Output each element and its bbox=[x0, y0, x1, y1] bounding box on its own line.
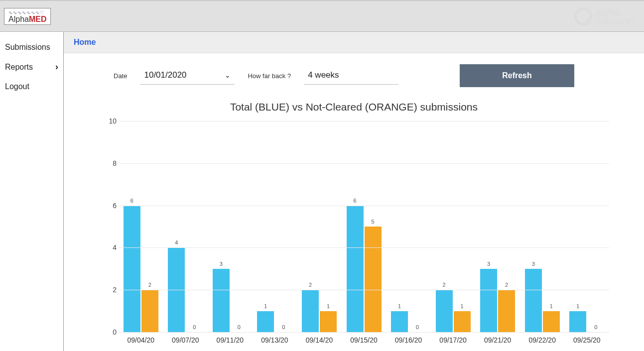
howfar-label: How far back ? bbox=[248, 72, 291, 80]
chart-bars: 6240301021651021323110 bbox=[119, 121, 609, 332]
date-value: 10/01/2020 bbox=[144, 70, 186, 80]
chart-y-tick: 6 bbox=[105, 202, 117, 210]
chart-category: 21 bbox=[431, 121, 476, 332]
chart-gridline bbox=[119, 163, 609, 164]
bar-notcleared: 1 bbox=[454, 311, 471, 332]
chart-y-tick: 10 bbox=[105, 117, 117, 125]
bar-total: 6 bbox=[124, 206, 140, 332]
bar-notcleared: 2 bbox=[498, 290, 515, 332]
sidebar-item-logout[interactable]: Logout bbox=[0, 77, 63, 96]
bar-total: 2 bbox=[436, 290, 453, 332]
chart-y-tick: 8 bbox=[105, 159, 117, 167]
bar-notcleared: 2 bbox=[141, 290, 158, 332]
logo-text: AlphaMED bbox=[8, 15, 46, 23]
breadcrumb: Home bbox=[64, 32, 644, 53]
chevron-down-icon: ⌄ bbox=[225, 71, 231, 79]
chart-x-tick: 09/16/20 bbox=[386, 332, 431, 347]
chart-gridline bbox=[119, 121, 609, 121]
bar-value-label: 2 bbox=[505, 282, 508, 288]
bar-value-label: 3 bbox=[487, 261, 490, 267]
chart-y-tick: 2 bbox=[105, 286, 117, 294]
chart-category: 32 bbox=[475, 121, 520, 332]
bar-value-label: 2 bbox=[148, 282, 151, 288]
bar-value-label: 1 bbox=[398, 303, 401, 309]
breadcrumb-home[interactable]: Home bbox=[74, 38, 96, 46]
bar-value-label: 2 bbox=[443, 282, 446, 288]
chevron-right-icon: › bbox=[55, 62, 58, 72]
chart-category: 10 bbox=[386, 121, 431, 332]
chart-gridline bbox=[119, 206, 609, 206]
bar-value-label: 1 bbox=[550, 303, 553, 309]
sidebar-item-reports[interactable]: Reports › bbox=[0, 57, 63, 77]
chart-y-tick: 0 bbox=[105, 328, 117, 336]
bar-value-label: 6 bbox=[130, 198, 133, 204]
chart-gridline bbox=[119, 247, 609, 248]
chart-x-tick: 09/22/20 bbox=[520, 332, 565, 347]
howfar-dropdown[interactable]: 4 weeks bbox=[304, 67, 398, 85]
bar-value-label: 3 bbox=[220, 261, 223, 267]
date-label: Date bbox=[114, 72, 127, 80]
bar-value-label: 0 bbox=[594, 324, 597, 330]
bar-total: 3 bbox=[213, 269, 230, 332]
chart-y-tick: 4 bbox=[105, 243, 117, 251]
bar-total: 3 bbox=[480, 269, 497, 332]
chart-category: 31 bbox=[520, 121, 565, 332]
chart-x-tick: 09/04/20 bbox=[119, 332, 163, 347]
alpha-a-icon bbox=[574, 7, 592, 25]
sidebar-item-label: Submissions bbox=[5, 43, 50, 52]
bar-total: 6 bbox=[347, 206, 364, 332]
bar-value-label: 1 bbox=[327, 303, 330, 309]
bar-value-label: 2 bbox=[309, 282, 312, 288]
bar-total: 1 bbox=[391, 311, 408, 332]
sidebar-item-submissions[interactable]: Submissions bbox=[0, 38, 63, 57]
chart-title: Total (BLUE) vs Not-Cleared (ORANGE) sub… bbox=[99, 101, 609, 113]
main-content: Home Date 10/01/2020 ⌄ How far back ? 4 … bbox=[64, 32, 644, 351]
bar-value-label: 1 bbox=[461, 303, 464, 309]
sidebar-item-label: Reports bbox=[5, 63, 33, 72]
chart-plot: 6240301021651021323110 0246810 bbox=[119, 121, 609, 332]
bar-value-label: 4 bbox=[175, 239, 178, 245]
bar-value-label: 0 bbox=[282, 324, 285, 330]
date-dropdown[interactable]: 10/01/2020 ⌄ bbox=[140, 67, 235, 85]
bar-value-label: 1 bbox=[264, 303, 267, 309]
refresh-button[interactable]: Refresh bbox=[460, 64, 574, 87]
vendor-logo-top: alpha bbox=[595, 7, 634, 17]
bar-notcleared: 5 bbox=[365, 227, 382, 332]
bar-total: 1 bbox=[257, 311, 274, 332]
chart-x-tick: 09/15/20 bbox=[342, 332, 386, 347]
bar-value-label: 0 bbox=[416, 324, 419, 330]
sidebar-item-label: Logout bbox=[5, 82, 29, 91]
vendor-logo-bottom: Software® bbox=[595, 17, 634, 26]
howfar-value: 4 weeks bbox=[308, 70, 339, 80]
chart-x-tick: 09/21/20 bbox=[475, 332, 520, 347]
chart-category: 65 bbox=[342, 121, 386, 332]
chart-x-tick: 09/07/20 bbox=[163, 332, 208, 347]
bar-value-label: 0 bbox=[238, 324, 241, 330]
chart-category: 10 bbox=[564, 121, 609, 332]
bar-value-label: 0 bbox=[193, 324, 196, 330]
chart-category: 40 bbox=[163, 121, 208, 332]
bar-notcleared: 1 bbox=[543, 311, 560, 332]
vendor-logo: alpha Software® bbox=[574, 7, 634, 26]
bar-total: 3 bbox=[525, 269, 542, 332]
bar-chart: 6240301021651021323110 0246810 09/04/200… bbox=[119, 118, 609, 347]
app-logo: ∿∿∿∿∿∿∿♡ AlphaMED bbox=[4, 8, 51, 25]
chart-category: 10 bbox=[253, 121, 297, 332]
chart-gridline bbox=[119, 290, 609, 290]
bar-value-label: 3 bbox=[532, 261, 535, 267]
chart-category: 62 bbox=[119, 121, 163, 332]
filter-controls: Date 10/01/2020 ⌄ How far back ? 4 weeks… bbox=[64, 53, 644, 93]
chart-x-tick: 09/25/20 bbox=[564, 332, 609, 347]
chart-category: 21 bbox=[297, 121, 342, 332]
bar-total: 1 bbox=[569, 311, 586, 332]
bar-total: 2 bbox=[302, 290, 319, 332]
bar-value-label: 6 bbox=[353, 198, 356, 204]
bar-notcleared: 1 bbox=[320, 311, 337, 332]
chart-x-tick: 09/17/20 bbox=[431, 332, 476, 347]
bar-value-label: 1 bbox=[576, 303, 579, 309]
chart-x-tick: 09/13/20 bbox=[253, 332, 297, 347]
sidebar: Submissions Reports › Logout bbox=[0, 32, 64, 351]
chart-x-axis: 09/04/2009/07/2009/11/2009/13/2009/14/20… bbox=[119, 332, 609, 347]
app-header: ∿∿∿∿∿∿∿♡ AlphaMED alpha Software® bbox=[0, 0, 644, 32]
chart-x-tick: 09/11/20 bbox=[208, 332, 253, 347]
